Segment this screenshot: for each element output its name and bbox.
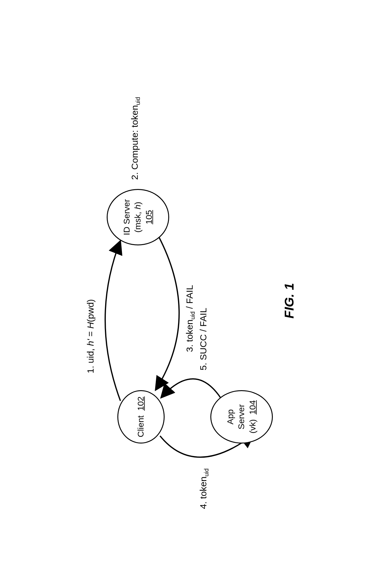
idserver-line1: ID Server: [121, 199, 132, 235]
appserver-line2: Server: [236, 404, 247, 429]
edge-4-label: 4. tokenuid: [198, 469, 210, 509]
node-id-server: ID Server (msk, h) 105: [107, 189, 169, 245]
client-label: Client: [136, 415, 145, 437]
edge-2-label: 2. Compute: tokenuid: [130, 97, 141, 180]
node-client: Client 102: [117, 390, 165, 444]
client-ref: 102: [136, 397, 145, 411]
appserver-ref: 104: [248, 400, 257, 415]
edge-5-arrow: [161, 379, 221, 398]
edge-3-label: 3. tokenuid / FAIL: [184, 285, 196, 352]
edge-5-label: 5. SUCC / FAIL: [198, 308, 209, 370]
edge-1-arrow: [105, 241, 120, 401]
edge-1-label: 1. uid, h' = H(pwd): [85, 299, 96, 373]
idserver-ref: 105: [144, 210, 155, 224]
diagram-canvas: Client 102 ID Server (msk, h) 105 App Se…: [113, 59, 265, 532]
figure-caption: FIG. 1: [282, 283, 297, 319]
edge-3-arrow: [155, 236, 179, 390]
appserver-line1: App: [225, 409, 236, 425]
appserver-line3: (vk): [248, 419, 257, 433]
node-app-server: App Server (vk) 104: [210, 390, 273, 444]
